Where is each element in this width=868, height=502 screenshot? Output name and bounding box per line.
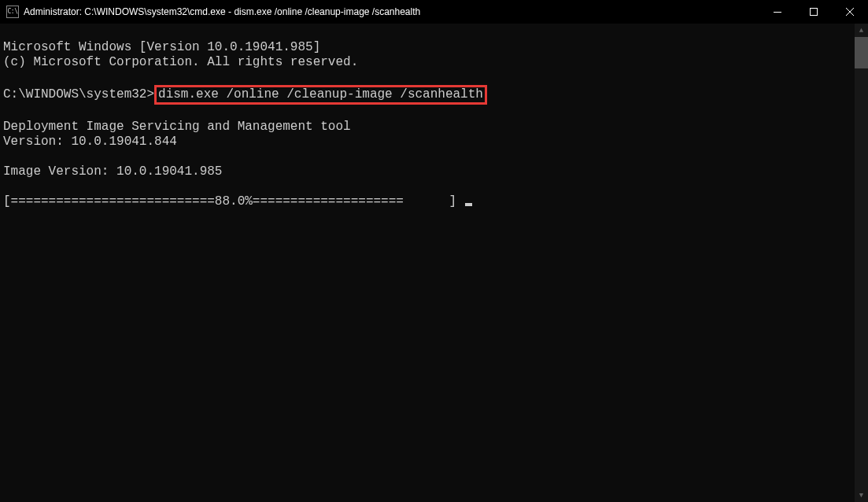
maximize-button[interactable] — [796, 0, 832, 24]
cmd-icon: C:\ — [6, 6, 19, 18]
cmd-window: C:\ Administrator: C:\WINDOWS\system32\c… — [0, 0, 868, 502]
cursor — [465, 203, 472, 206]
window-controls — [759, 0, 868, 24]
progress-bar-text: [===========================88.0%=======… — [3, 194, 464, 209]
scroll-track[interactable] — [855, 37, 868, 489]
maximize-icon — [810, 8, 818, 16]
scroll-thumb[interactable] — [855, 37, 868, 68]
titlebar[interactable]: C:\ Administrator: C:\WINDOWS\system32\c… — [0, 0, 868, 24]
window-title: Administrator: C:\WINDOWS\system32\cmd.e… — [24, 6, 759, 17]
output-line: Version: 10.0.19041.844 — [3, 135, 177, 149]
progress-line: [===========================88.0%=======… — [3, 194, 472, 209]
output-line: Microsoft Windows [Version 10.0.19041.98… — [3, 40, 320, 54]
output-line: (c) Microsoft Corporation. All rights re… — [3, 55, 358, 69]
minimize-button[interactable] — [759, 0, 796, 24]
command-highlight: dism.exe /online /cleanup-image /scanhea… — [154, 85, 487, 105]
minimize-icon — [774, 8, 781, 16]
close-icon — [846, 8, 854, 16]
output-line: Image Version: 10.0.19041.985 — [3, 164, 222, 179]
prompt-line: C:\WINDOWS\system32>dism.exe /online /cl… — [3, 87, 487, 102]
svg-rect-0 — [811, 9, 818, 16]
scroll-down-arrow-icon[interactable]: ▼ — [855, 489, 868, 502]
output-line: Deployment Image Servicing and Managemen… — [3, 120, 351, 134]
terminal-output[interactable]: Microsoft Windows [Version 10.0.19041.98… — [0, 24, 868, 502]
prompt-prefix: C:\WINDOWS\system32> — [3, 87, 154, 102]
close-button[interactable] — [832, 0, 868, 24]
vertical-scrollbar[interactable]: ▲ ▼ — [855, 24, 868, 502]
scroll-up-arrow-icon[interactable]: ▲ — [855, 24, 868, 37]
